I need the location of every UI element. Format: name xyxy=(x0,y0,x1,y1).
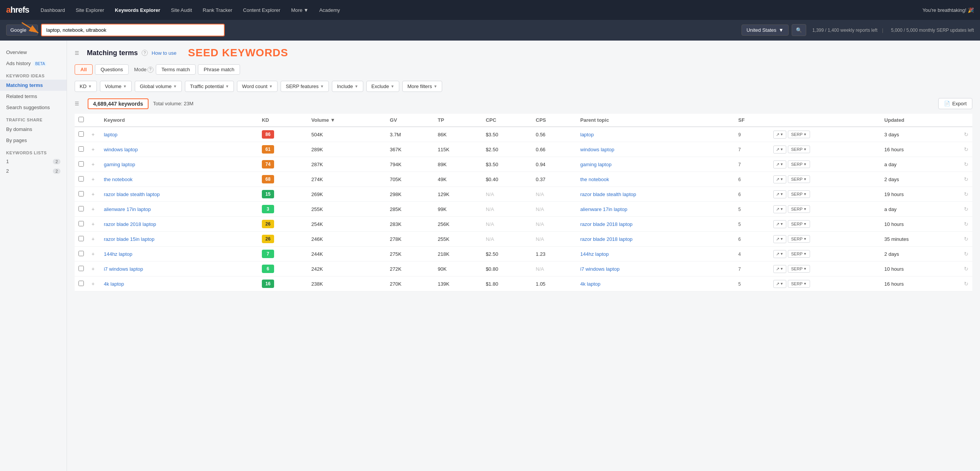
trend-button[interactable]: ↗ ▼ xyxy=(773,235,786,243)
parent-topic-link[interactable]: laptop xyxy=(580,132,594,137)
country-select[interactable]: United States ▼ xyxy=(742,25,789,36)
row-checkbox[interactable] xyxy=(75,232,88,247)
filter-exclude[interactable]: Exclude ▼ xyxy=(366,81,399,92)
search-button[interactable]: 🔍 xyxy=(792,24,806,36)
serp-button[interactable]: SERP ▼ xyxy=(788,265,810,273)
keyword-link[interactable]: laptop xyxy=(104,132,117,137)
trend-button[interactable]: ↗ ▼ xyxy=(773,160,786,168)
serp-button[interactable]: SERP ▼ xyxy=(788,280,810,288)
row-refresh[interactable]: ↻ xyxy=(960,157,972,172)
filter-serp-features[interactable]: SERP features ▼ xyxy=(281,81,329,92)
nav-dashboard[interactable]: Dashboard xyxy=(37,7,69,13)
sidebar-list-1[interactable]: 1 2 xyxy=(0,157,67,166)
row-refresh[interactable]: ↻ xyxy=(960,276,972,291)
row-refresh[interactable]: ↻ xyxy=(960,127,972,142)
row-add[interactable]: + xyxy=(88,262,100,276)
trend-button[interactable]: ↗ ▼ xyxy=(773,190,786,198)
filter-more-filters[interactable]: More filters ▼ xyxy=(402,81,442,92)
row-refresh[interactable]: ↻ xyxy=(960,247,972,262)
row-checkbox[interactable] xyxy=(75,127,88,142)
trend-button[interactable]: ↗ ▼ xyxy=(773,175,786,183)
row-checkbox[interactable] xyxy=(75,157,88,172)
row-add[interactable]: + xyxy=(88,232,100,247)
row-refresh[interactable]: ↻ xyxy=(960,232,972,247)
serp-button[interactable]: SERP ▼ xyxy=(788,190,810,198)
trend-button[interactable]: ↗ ▼ xyxy=(773,280,786,288)
keyword-link[interactable]: gaming laptop xyxy=(104,162,135,167)
nav-keywords-explorer[interactable]: Keywords Explorer xyxy=(111,7,164,13)
row-add[interactable]: + xyxy=(88,187,100,202)
tab-terms-match[interactable]: Terms match xyxy=(156,64,196,75)
nav-content-explorer[interactable]: Content Explorer xyxy=(239,7,284,13)
nav-academy[interactable]: Academy xyxy=(315,7,344,13)
sidebar-item-search-suggestions[interactable]: Search suggestions xyxy=(0,102,67,113)
row-refresh[interactable]: ↻ xyxy=(960,187,972,202)
row-checkbox[interactable] xyxy=(75,172,88,187)
sidebar-item-ads-history[interactable]: Ads history BETA xyxy=(0,58,67,69)
logo[interactable]: ahrefs xyxy=(6,5,29,15)
parent-topic-link[interactable]: razor blade 2018 laptop xyxy=(580,221,633,227)
row-add[interactable]: + xyxy=(88,276,100,291)
col-volume[interactable]: Volume ▼ xyxy=(307,114,386,127)
sidebar-item-overview[interactable]: Overview xyxy=(0,47,67,58)
row-checkbox[interactable] xyxy=(75,247,88,262)
how-to-use-link[interactable]: How to use xyxy=(152,50,176,56)
parent-topic-link[interactable]: razor blade stealth laptop xyxy=(580,191,636,197)
keyword-link[interactable]: i7 windows laptop xyxy=(104,266,143,272)
nav-site-explorer[interactable]: Site Explorer xyxy=(72,7,108,13)
filter-traffic-potential[interactable]: Traffic potential ▼ xyxy=(185,81,234,92)
serp-button[interactable]: SERP ▼ xyxy=(788,250,810,258)
row-add[interactable]: + xyxy=(88,142,100,157)
filter-word-count[interactable]: Word count ▼ xyxy=(237,81,278,92)
serp-button[interactable]: SERP ▼ xyxy=(788,146,810,153)
sidebar-item-by-pages[interactable]: By pages xyxy=(0,135,67,146)
mode-help-icon[interactable]: ? xyxy=(147,67,154,73)
tab-questions[interactable]: Questions xyxy=(95,64,129,75)
keyword-link[interactable]: razor blade stealth laptop xyxy=(104,191,160,197)
trend-button[interactable]: ↗ ▼ xyxy=(773,220,786,228)
nav-more[interactable]: More ▼ xyxy=(287,7,312,13)
serp-button[interactable]: SERP ▼ xyxy=(788,235,810,243)
keyword-link[interactable]: alienware 17in laptop xyxy=(104,206,151,212)
nav-rank-tracker[interactable]: Rank Tracker xyxy=(199,7,236,13)
tab-phrase-match[interactable]: Phrase match xyxy=(198,64,240,75)
keyword-link[interactable]: 4k laptop xyxy=(104,281,124,287)
export-button[interactable]: 📄 Export xyxy=(938,98,972,109)
row-add[interactable]: + xyxy=(88,202,100,217)
sidebar-list-2[interactable]: 2 2 xyxy=(0,166,67,176)
results-hamburger[interactable]: ☰ xyxy=(75,101,79,106)
keyword-link[interactable]: razor blade 2018 laptop xyxy=(104,221,156,227)
row-checkbox[interactable] xyxy=(75,276,88,291)
parent-topic-link[interactable]: 4k laptop xyxy=(580,281,601,287)
trend-button[interactable]: ↗ ▼ xyxy=(773,205,786,213)
row-refresh[interactable]: ↻ xyxy=(960,172,972,187)
row-refresh[interactable]: ↻ xyxy=(960,202,972,217)
row-add[interactable]: + xyxy=(88,127,100,142)
parent-topic-link[interactable]: windows laptop xyxy=(580,147,614,152)
serp-button[interactable]: SERP ▼ xyxy=(788,175,810,183)
search-input[interactable] xyxy=(41,24,225,36)
sidebar-item-related-terms[interactable]: Related terms xyxy=(0,91,67,102)
row-add[interactable]: + xyxy=(88,247,100,262)
filter-include[interactable]: Include ▼ xyxy=(332,81,363,92)
tab-all[interactable]: All xyxy=(75,64,93,75)
keyword-link[interactable]: windows laptop xyxy=(104,147,138,152)
parent-topic-link[interactable]: gaming laptop xyxy=(580,162,612,167)
row-checkbox[interactable] xyxy=(75,187,88,202)
parent-topic-link[interactable]: 144hz laptop xyxy=(580,251,609,257)
parent-topic-link[interactable]: razor blade 2018 laptop xyxy=(580,236,633,242)
filter-kd[interactable]: KD ▼ xyxy=(75,81,97,92)
sidebar-item-by-domains[interactable]: By domains xyxy=(0,124,67,135)
nav-site-audit[interactable]: Site Audit xyxy=(167,7,196,13)
trend-button[interactable]: ↗ ▼ xyxy=(773,146,786,154)
filter-volume[interactable]: Volume ▼ xyxy=(100,81,132,92)
filter-global-volume[interactable]: Global volume ▼ xyxy=(135,81,182,92)
row-checkbox[interactable] xyxy=(75,142,88,157)
row-refresh[interactable]: ↻ xyxy=(960,262,972,276)
row-add[interactable]: + xyxy=(88,157,100,172)
parent-topic-link[interactable]: the notebook xyxy=(580,177,609,182)
serp-button[interactable]: SERP ▼ xyxy=(788,205,810,213)
trend-button[interactable]: ↗ ▼ xyxy=(773,265,786,273)
row-refresh[interactable]: ↻ xyxy=(960,142,972,157)
sidebar-item-matching-terms[interactable]: Matching terms xyxy=(0,80,67,91)
